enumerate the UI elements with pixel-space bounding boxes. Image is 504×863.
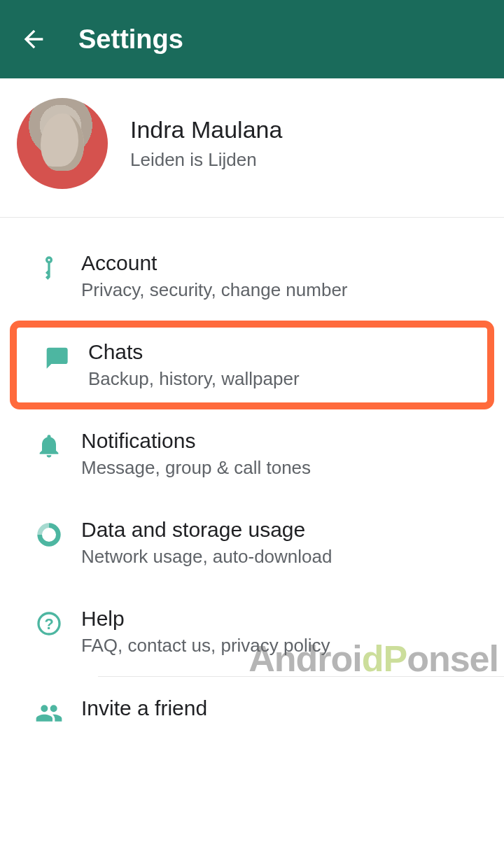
settings-item-account[interactable]: Account Privacy, security, change number <box>0 232 504 321</box>
profile-text: Indra Maulana Leiden is Lijden <box>130 116 487 171</box>
chat-icon <box>24 340 88 371</box>
people-icon <box>17 696 81 727</box>
help-icon: ? <box>17 607 81 638</box>
avatar <box>17 98 108 189</box>
svg-text:?: ? <box>44 615 53 633</box>
settings-item-invite[interactable]: Invite a friend <box>0 677 504 747</box>
page-title: Settings <box>78 24 183 55</box>
key-icon <box>17 251 81 282</box>
item-subtitle: Message, group & call tones <box>81 457 487 479</box>
profile-status: Leiden is Lijden <box>130 149 487 171</box>
item-subtitle: FAQ, contact us, privacy policy <box>81 635 487 657</box>
settings-item-help[interactable]: ? Help FAQ, contact us, privacy policy <box>0 587 504 676</box>
item-title: Data and storage usage <box>81 518 487 542</box>
item-title: Help <box>81 607 487 631</box>
item-title: Invite a friend <box>81 696 487 720</box>
arrow-left-icon <box>20 25 48 53</box>
app-header: Settings <box>0 0 504 78</box>
item-title: Chats <box>88 340 480 364</box>
item-subtitle: Backup, history, wallpaper <box>88 368 480 390</box>
item-subtitle: Network usage, auto-download <box>81 546 487 568</box>
settings-item-chats[interactable]: Chats Backup, history, wallpaper <box>10 321 494 409</box>
settings-list: Account Privacy, security, change number… <box>0 218 504 747</box>
item-title: Account <box>81 251 487 275</box>
data-usage-icon <box>17 518 81 549</box>
settings-item-notifications[interactable]: Notifications Message, group & call tone… <box>0 409 504 498</box>
back-button[interactable] <box>17 22 50 56</box>
profile-name: Indra Maulana <box>130 116 487 143</box>
item-title: Notifications <box>81 429 487 453</box>
item-subtitle: Privacy, security, change number <box>81 279 487 301</box>
bell-icon <box>17 429 81 460</box>
settings-item-data-usage[interactable]: Data and storage usage Network usage, au… <box>0 498 504 587</box>
profile-row[interactable]: Indra Maulana Leiden is Lijden <box>0 78 504 218</box>
